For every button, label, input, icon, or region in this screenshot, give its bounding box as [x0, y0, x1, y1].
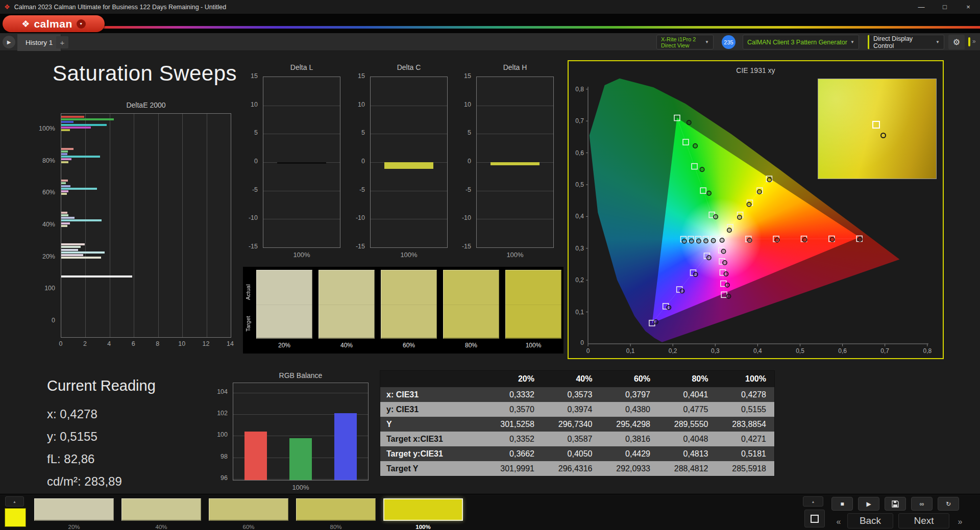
value-cell: 296,7340: [543, 420, 601, 429]
value-cell: 0,4380: [600, 405, 658, 414]
y-tick-label: 10: [347, 101, 368, 108]
gridline: [263, 134, 340, 134]
category-label: 100%: [32, 125, 58, 132]
app-window: ❖ Calman 2023 Calman Ultimate for Busine…: [0, 0, 980, 530]
gridline: [110, 114, 110, 337]
link-button[interactable]: ∞: [911, 497, 933, 511]
current-reading-values: x: 0,4278 y: 0,5155 fL: 82,86 cd/m²: 283…: [47, 403, 122, 493]
patch-label: 80%: [296, 524, 376, 530]
table-row: Target y:CIE310,36620,40500,44290,48130,…: [380, 446, 774, 461]
gridline: [371, 219, 447, 219]
current-color-chip: [5, 508, 26, 527]
back-button[interactable]: Back: [847, 513, 893, 528]
y-tick-label: -15: [239, 243, 261, 250]
column-header: 100%: [716, 374, 774, 384]
rgb-bar-blue: [334, 413, 357, 480]
swatch-100%: [505, 270, 561, 339]
deltae-ylabels: 100%80%60%40%20%1000: [32, 113, 58, 338]
workflow-accent: [968, 37, 970, 46]
row-label: y: CIE31: [380, 405, 484, 414]
gridline: [477, 191, 553, 191]
cie-zoom-inset: [818, 79, 937, 179]
deltae-bar: [61, 257, 101, 259]
category-label: 0: [32, 317, 58, 324]
y-tick-label: -5: [453, 186, 474, 193]
rgb-balance-title: RGB Balance: [233, 371, 369, 380]
tab-scroll-button[interactable]: ▶: [3, 36, 15, 48]
refresh-button[interactable]: ↻: [938, 497, 959, 511]
patch-60%[interactable]: [209, 498, 288, 521]
stop-button[interactable]: ■: [831, 497, 853, 511]
table-row: Y301,5258296,7340295,4298289,5550283,885…: [380, 417, 774, 432]
collapse-right-button[interactable]: ▲: [803, 496, 823, 507]
settings-button[interactable]: ⚙: [948, 35, 965, 49]
deltae-bar: [61, 188, 97, 190]
swatch-strip: Actual Target 20%40%60%80%100%: [243, 267, 564, 354]
y-tick-label: 10: [453, 101, 474, 108]
close-button[interactable]: ×: [957, 0, 980, 14]
pattern-generator-selector[interactable]: CalMAN Client 3 Pattern Generator ▼: [743, 35, 859, 49]
swatch-60%: [381, 270, 437, 339]
rgb-bar-red: [244, 432, 267, 480]
deltae-bar: [61, 251, 105, 254]
delta-h-xlabel: 100%: [476, 251, 554, 259]
next-button[interactable]: Next: [898, 513, 949, 528]
value-cell: 0,4271: [716, 435, 774, 444]
deltae-bar: [61, 118, 114, 120]
pattern-window-button[interactable]: [804, 510, 825, 527]
value-cell: 0,3974: [543, 405, 601, 414]
y-tick-label: 96: [208, 474, 231, 482]
play-button[interactable]: ▶: [858, 497, 879, 511]
swatch-label: 60%: [381, 342, 437, 349]
calman-logo-icon: ❖: [21, 18, 30, 30]
value-cell: 301,5258: [484, 420, 543, 429]
gridline: [263, 219, 340, 219]
add-tab-button[interactable]: +: [56, 36, 68, 48]
patch-100%[interactable]: [383, 498, 463, 521]
deltae-bar: [61, 182, 66, 184]
x-tick-label: 14: [225, 340, 235, 347]
y-tick-label: 102: [208, 410, 231, 417]
y-tick-label: 0: [453, 158, 474, 165]
maximize-button[interactable]: □: [933, 0, 957, 14]
deltae-bar: [61, 150, 68, 153]
deltae-bar: [61, 193, 67, 195]
deltae-bar: [61, 219, 102, 221]
swatch-label: 40%: [318, 342, 375, 349]
tab-history-1[interactable]: History 1: [17, 34, 61, 51]
first-page-button[interactable]: «: [832, 515, 845, 529]
display-control-selector[interactable]: Direct Display Control ▼: [868, 35, 944, 49]
deltae-bar: [61, 124, 107, 126]
delta-bar: [491, 162, 540, 165]
patch-40%[interactable]: [121, 498, 201, 521]
value-cell: 0,3352: [484, 435, 543, 444]
meter-count-badge[interactable]: 235: [722, 35, 736, 49]
meter-selector[interactable]: X-Rite i1Pro 2 Direct View ▼: [656, 35, 714, 49]
last-page-button[interactable]: »: [953, 515, 967, 529]
swatch-label: 80%: [443, 342, 499, 349]
gridline: [233, 393, 368, 393]
play-icon: ▶: [866, 500, 871, 508]
gridline: [134, 114, 134, 337]
minimize-button[interactable]: —: [910, 0, 933, 14]
patch-80%[interactable]: [296, 498, 376, 521]
chevron-down-icon: ▼: [936, 40, 940, 44]
y-tick-label: 100: [208, 431, 231, 438]
svg-text:0,8: 0,8: [575, 86, 584, 93]
patch-20%[interactable]: [34, 498, 114, 521]
y-tick-label: 15: [347, 72, 368, 80]
gridline: [371, 191, 447, 191]
patch-label: 60%: [209, 524, 288, 530]
svg-text:0: 0: [586, 347, 590, 355]
meter-mode: Direct View: [661, 42, 696, 48]
collapse-left-button[interactable]: ▲: [5, 496, 24, 507]
calman-menu-button[interactable]: ❖ calman ▼: [3, 15, 105, 32]
rgb-plot: [233, 383, 369, 481]
svg-text:0,2: 0,2: [669, 347, 677, 355]
deltae-bar: [61, 121, 74, 123]
toolbar-overflow-button[interactable]: »: [972, 38, 976, 45]
save-button[interactable]: [885, 497, 906, 511]
y-tick-label: 0: [347, 158, 368, 165]
deltae-bar: [61, 190, 68, 192]
swatch-label: 20%: [256, 342, 312, 349]
